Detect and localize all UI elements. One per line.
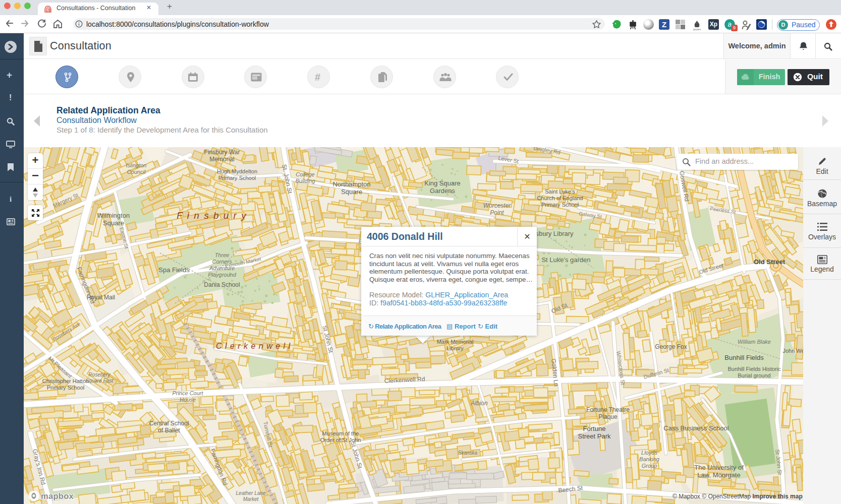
svg-text:Christopher Hatton: Christopher Hatton (42, 378, 89, 384)
svg-text:William Blake: William Blake (738, 339, 771, 345)
svg-text:Burial ground: Burial ground (738, 372, 770, 379)
svg-text:Northampton: Northampton (332, 180, 370, 188)
svg-text:Rosebery: Rosebery (89, 372, 111, 377)
svg-text:John Wesl: John Wesl (782, 348, 803, 354)
svg-text:Spa Fields: Spa Fields (158, 266, 190, 274)
svg-text:The University of: The University of (694, 464, 744, 471)
svg-text:Banking: Banking (639, 456, 660, 462)
svg-text:Royal Mail: Royal Mail (87, 294, 115, 301)
svg-text:College: College (296, 171, 314, 177)
svg-text:Museum of the: Museum of the (322, 430, 359, 436)
svg-text:Three: Three (215, 252, 230, 258)
svg-text:Finsbury War: Finsbury War (204, 149, 240, 156)
svg-text:Saint Luke's: Saint Luke's (545, 188, 575, 195)
svg-text:Mark Memorial: Mark Memorial (437, 339, 474, 345)
svg-text:Hugh Myddelton: Hugh Myddelton (217, 168, 257, 174)
svg-text:Fortune: Fortune (583, 425, 606, 432)
svg-text:Square: Square (103, 219, 124, 227)
svg-text:Bunhill Fields Historic: Bunhill Fields Historic (727, 366, 781, 372)
svg-text:Corners: Corners (212, 259, 232, 265)
svg-text:Cass Business School: Cass Business School (663, 424, 728, 432)
svg-text:Church of England: Church of England (537, 195, 583, 201)
svg-text:Square East: Square East (85, 378, 114, 384)
svg-text:Group: Group (642, 463, 657, 469)
svg-text:Leather Lane: Leather Lane (236, 490, 266, 496)
svg-text:Old Street: Old Street (754, 258, 786, 266)
svg-text:Library: Library (446, 345, 464, 351)
svg-text:Fortune Theatre: Fortune Theatre (586, 406, 630, 413)
svg-text:Gardens: Gardens (430, 187, 455, 195)
svg-text:gopass: gopass (693, 28, 701, 31)
svg-text:Square: Square (341, 188, 362, 196)
svg-text:Point: Point (490, 209, 504, 216)
svg-text:Order of St John: Order of St John (320, 437, 361, 443)
svg-text:Plaque: Plaque (598, 413, 618, 420)
svg-text:Prince Court: Prince Court (172, 390, 203, 396)
svg-text:Central School: Central School (149, 420, 189, 427)
svg-text:Dania School: Dania School (204, 281, 240, 288)
svg-text:Building: Building (295, 178, 315, 184)
svg-text:Islington: Islington (126, 162, 147, 168)
svg-text:Skanska: Skanska (458, 450, 478, 456)
svg-text:Street Park: Street Park (578, 432, 611, 440)
svg-text:mapbox: mapbox (41, 491, 74, 500)
svg-text:C l e r k e n w e l l: C l e r k e n w e l l (216, 342, 291, 350)
svg-text:Worcester: Worcester (483, 202, 512, 209)
svg-text:Law, Moorgate: Law, Moorgate (697, 471, 740, 479)
svg-text:of Ballet: of Ballet (158, 427, 180, 434)
svg-text:King Square: King Square (424, 179, 461, 187)
svg-text:Primary School: Primary School (47, 385, 85, 391)
svg-text:Memorial: Memorial (209, 156, 234, 163)
svg-text:Primary School: Primary School (218, 175, 256, 181)
svg-text:Market: Market (243, 496, 259, 502)
svg-text:Wilmington: Wilmington (97, 212, 130, 219)
svg-text:Council: Council (127, 169, 146, 175)
svg-text:St Luke's garden: St Luke's garden (541, 256, 590, 264)
svg-text:Adventure: Adventure (209, 265, 235, 271)
svg-text:House: House (180, 397, 196, 403)
svg-text:George Fox: George Fox (655, 343, 687, 350)
svg-text:F i n s b u r y: F i n s b u r y (177, 210, 247, 221)
svg-text:Albion: Albion (470, 400, 488, 407)
svg-text:Playground: Playground (208, 272, 237, 278)
svg-text:Lloyds: Lloyds (641, 450, 657, 456)
svg-text:Bunhill Fields: Bunhill Fields (724, 354, 764, 361)
svg-text:Primary School: Primary School (541, 202, 579, 208)
